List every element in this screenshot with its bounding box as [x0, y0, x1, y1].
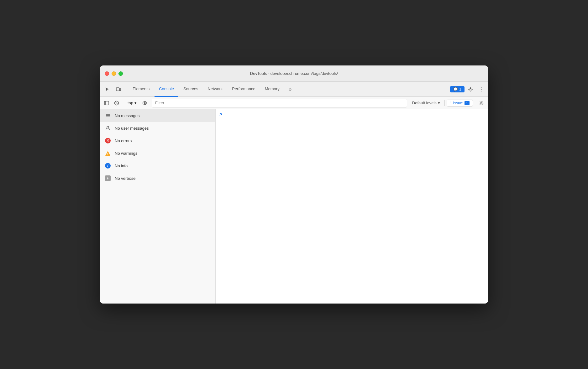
gear-icon — [479, 101, 484, 106]
tab-right-actions: 💬 1 ⋮ — [450, 85, 486, 94]
no-user-messages-label: No user messages — [115, 126, 149, 131]
no-verbose-label: No verbose — [115, 176, 135, 181]
no-warnings-label: No warnings — [115, 151, 137, 156]
context-dropdown[interactable]: top ▾ — [125, 100, 139, 106]
devtools-window: DevTools - developer.chrome.com/tags/dev… — [100, 65, 488, 304]
svg-rect-1 — [119, 89, 121, 91]
chevron-down-icon: ▾ — [134, 101, 137, 105]
console-sidebar: No messages No user messages ✕ No errors — [100, 109, 216, 304]
console-toolbar: top ▾ Default levels ▾ 1 Issue: 1 — [100, 97, 488, 109]
device-mode-button[interactable] — [113, 84, 123, 94]
sidebar-toggle-button[interactable] — [102, 99, 111, 107]
filter-input[interactable] — [152, 99, 407, 107]
svg-rect-3 — [104, 101, 109, 105]
main-content: No messages No user messages ✕ No errors — [100, 109, 488, 304]
svg-point-7 — [144, 102, 145, 104]
toolbar-divider-1 — [123, 100, 123, 106]
gear-icon — [468, 87, 473, 92]
tab-memory[interactable]: Memory — [260, 82, 284, 97]
window-title: DevTools - developer.chrome.com/tags/dev… — [250, 71, 338, 76]
tab-performance[interactable]: Performance — [228, 82, 260, 97]
tab-bar: Elements Console Sources Network Perform… — [100, 82, 488, 97]
console-settings-button[interactable] — [477, 99, 486, 107]
sidebar-item-no-verbose[interactable]: No verbose — [100, 172, 215, 184]
eye-button[interactable] — [140, 99, 149, 107]
verbose-icon — [105, 175, 111, 181]
maximize-button[interactable] — [118, 71, 123, 76]
issues-button[interactable]: 1 Issue: 1 — [447, 100, 473, 107]
sidebar-item-no-info[interactable]: i No info — [100, 159, 215, 172]
info-icon: i — [105, 163, 111, 169]
close-button[interactable] — [105, 71, 109, 76]
no-info-label: No info — [115, 164, 128, 168]
tab-network[interactable]: Network — [203, 82, 227, 97]
error-icon: ✕ — [105, 138, 111, 144]
list-icon — [105, 112, 111, 119]
prompt-caret: > — [219, 112, 223, 117]
eye-icon — [142, 101, 147, 106]
svg-text:!: ! — [107, 153, 108, 156]
tab-bar-divider — [126, 86, 126, 93]
toolbar-divider-2 — [444, 100, 445, 106]
issues-badge[interactable]: 💬 1 — [450, 86, 465, 92]
more-options-button[interactable]: ⋮ — [476, 85, 486, 94]
minimize-button[interactable] — [112, 71, 116, 76]
tab-elements[interactable]: Elements — [128, 82, 154, 97]
no-messages-label: No messages — [115, 113, 139, 118]
settings-button[interactable] — [466, 85, 475, 94]
svg-point-8 — [481, 102, 482, 104]
console-output-panel[interactable]: > — [216, 109, 488, 304]
svg-line-6 — [115, 101, 118, 104]
svg-rect-15 — [108, 178, 108, 179]
svg-point-14 — [108, 177, 108, 178]
user-icon — [105, 125, 111, 131]
more-tabs-button[interactable]: » — [286, 85, 295, 94]
svg-rect-0 — [116, 88, 119, 91]
toolbar-divider-3 — [475, 100, 475, 106]
clear-console-button[interactable] — [112, 99, 121, 107]
console-prompt[interactable]: > — [219, 112, 485, 117]
chevron-down-icon: ▾ — [438, 101, 440, 105]
svg-point-2 — [470, 88, 471, 90]
warning-icon: ! — [105, 150, 111, 156]
sidebar-item-no-warnings[interactable]: ! No warnings — [100, 147, 215, 159]
device-icon — [116, 87, 121, 92]
titlebar: DevTools - developer.chrome.com/tags/dev… — [100, 65, 488, 82]
inspect-element-button[interactable] — [102, 84, 112, 94]
traffic-lights — [105, 71, 123, 76]
issues-count-badge: 1 — [465, 101, 470, 105]
default-levels-button[interactable]: Default levels ▾ — [410, 100, 443, 106]
cursor-icon — [105, 87, 110, 92]
clear-icon — [114, 101, 119, 106]
no-errors-label: No errors — [115, 138, 132, 143]
svg-point-12 — [107, 126, 109, 128]
sidebar-toggle-icon — [104, 101, 109, 106]
sidebar-item-no-errors[interactable]: ✕ No errors — [100, 134, 215, 147]
tab-sources[interactable]: Sources — [179, 82, 203, 97]
sidebar-item-no-messages[interactable]: No messages — [100, 109, 215, 122]
sidebar-item-no-user-messages[interactable]: No user messages — [100, 122, 215, 134]
tab-console[interactable]: Console — [155, 82, 178, 97]
issue-icon: 💬 — [453, 87, 458, 91]
